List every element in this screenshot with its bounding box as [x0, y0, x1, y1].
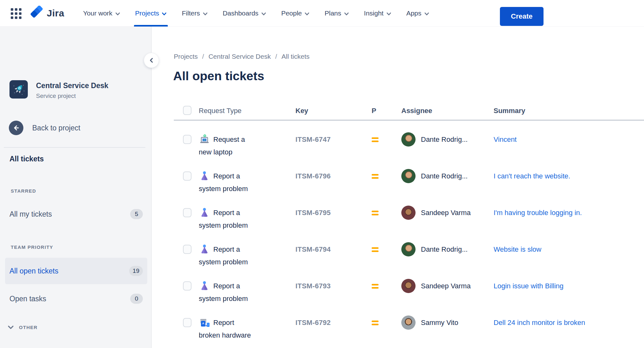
nav-item-people[interactable]: People: [281, 0, 309, 27]
back-to-project-label: Back to project: [32, 124, 80, 132]
breadcrumb-queue[interactable]: All tickets: [282, 53, 310, 60]
sidebar-item-all-open-tickets[interactable]: All open tickets 19: [5, 258, 147, 284]
assignee-cell: Dante Rodrig...: [401, 169, 494, 183]
nav-item-your-work[interactable]: Your work: [83, 0, 120, 27]
avatar-dante: [401, 132, 416, 147]
assignee-name: Dante Rodrig...: [421, 245, 468, 254]
issue-key: ITSM-6796: [295, 170, 372, 183]
count-badge: 5: [130, 209, 143, 219]
nav-item-dashboards[interactable]: Dashboards: [223, 0, 266, 27]
request-type-cell: Report a system problem: [199, 280, 257, 305]
project-name: Central Service Desk: [36, 80, 108, 90]
assignee-cell: Dante Rodrig...: [401, 242, 494, 256]
count-badge: 0: [130, 294, 143, 304]
issue-key: ITSM-6747: [295, 133, 372, 146]
avatar-dante: [401, 169, 416, 183]
summary-cell: Dell 24 inch monitor is broken: [494, 316, 644, 329]
issue-key: ITSM-6792: [295, 316, 372, 329]
request-type-cell: Report a system problem: [199, 207, 257, 232]
chevron-down-icon: [162, 12, 167, 15]
chevron-down-icon: [115, 12, 120, 15]
summary-cell: I'm having trouble logging in.: [494, 207, 644, 219]
jira-logo-icon: [30, 6, 44, 21]
summary-cell: Vincent: [494, 133, 644, 146]
avatar-sandeep: [401, 206, 416, 220]
row-checkbox[interactable]: [183, 318, 191, 327]
chevron-left-icon: [149, 57, 154, 63]
jira-logo[interactable]: Jira: [30, 0, 64, 27]
breadcrumb-projects[interactable]: Projects: [174, 53, 198, 60]
priority-medium-icon: [372, 284, 379, 289]
chevron-down-icon: [203, 12, 208, 15]
back-to-project-button[interactable]: Back to project: [9, 121, 80, 135]
ticket-row: Report a system problem ITSM-6793 Sandee…: [174, 272, 644, 309]
row-checkbox[interactable]: [183, 245, 191, 254]
sidebar-section-team-priority: TEAM PRIORITY: [11, 244, 53, 250]
sidebar-item-all-tickets[interactable]: All tickets: [9, 155, 44, 163]
column-header-request-type: Request Type: [199, 107, 295, 115]
request-type-cell: Report a system problem: [199, 243, 257, 268]
summary-link[interactable]: Login issue with Billing: [494, 282, 563, 290]
select-all-checkbox[interactable]: [183, 106, 191, 115]
avatar-sandeep: [401, 279, 416, 293]
project-avatar-rocket-icon: [9, 80, 28, 99]
nav-item-apps[interactable]: Apps: [406, 0, 429, 27]
breadcrumb-project[interactable]: Central Service Desk: [209, 53, 271, 60]
arrow-left-icon: [9, 121, 23, 135]
nav-item-plans[interactable]: Plans: [325, 0, 349, 27]
priority-medium-icon: [372, 321, 379, 325]
issue-key: ITSM-6793: [295, 280, 372, 292]
table-header-row: Request Type Key P Assignee Summary: [174, 102, 644, 121]
system-problem-icon: [199, 280, 210, 291]
chevron-down-icon: [261, 12, 266, 15]
tickets-table: Request Type Key P Assignee Summary Requ…: [174, 102, 644, 345]
priority-medium-icon: [372, 247, 379, 252]
nav-item-projects[interactable]: Projects: [135, 0, 167, 27]
row-checkbox[interactable]: [183, 281, 191, 291]
assignee-name: Sandeep Varma: [421, 282, 471, 290]
sidebar-section-starred: STARRED: [11, 188, 36, 194]
main-content: Projects / Central Service Desk / All ti…: [152, 27, 644, 348]
ticket-row: Report a system problem ITSM-6795 Sandee…: [174, 199, 644, 236]
nav-item-filters[interactable]: Filters: [182, 0, 207, 27]
summary-cell: I can't reach the website.: [494, 170, 644, 183]
app-switcher-icon[interactable]: [9, 6, 23, 21]
priority-medium-icon: [372, 211, 379, 215]
page-title: All open tickets: [173, 69, 264, 83]
chevron-down-icon: [386, 12, 391, 15]
column-header-summary: Summary: [494, 107, 644, 115]
ticket-row: Request a new laptop ITSM-6747 Dante Rod…: [174, 126, 644, 162]
column-header-priority: P: [372, 107, 401, 115]
primary-navigation: Your work Projects Filters Dashboards Pe…: [83, 0, 429, 27]
sidebar-section-other-toggle[interactable]: OTHER: [8, 325, 38, 330]
sidebar-collapse-button[interactable]: [144, 53, 159, 68]
summary-cell: Login issue with Billing: [494, 280, 644, 292]
assignee-name: Sandeep Varma: [421, 209, 471, 217]
system-problem-icon: [199, 243, 210, 255]
summary-link[interactable]: I'm having trouble logging in.: [494, 209, 582, 217]
summary-link[interactable]: Website is slow: [494, 245, 541, 253]
sidebar-item-all-my-tickets[interactable]: All my tickets 5: [5, 204, 147, 224]
request-type-cell: Report a system problem: [199, 170, 257, 195]
count-badge: 19: [129, 266, 143, 276]
assignee-cell: Sandeep Varma: [401, 279, 494, 293]
breadcrumb: Projects / Central Service Desk / All ti…: [174, 53, 309, 60]
project-header: Central Service Desk Service project: [9, 80, 108, 99]
create-button[interactable]: Create: [500, 7, 544, 26]
summary-link[interactable]: Vincent: [494, 135, 517, 143]
chevron-down-icon: [424, 12, 429, 15]
row-checkbox[interactable]: [183, 171, 191, 181]
nav-item-insight[interactable]: Insight: [364, 0, 391, 27]
jira-logo-text: Jira: [47, 8, 64, 19]
summary-link[interactable]: Dell 24 inch monitor is broken: [494, 319, 585, 327]
row-checkbox[interactable]: [183, 135, 191, 144]
priority-medium-icon: [372, 137, 379, 142]
summary-link[interactable]: I can't reach the website.: [494, 172, 570, 180]
ticket-row: Report a system problem ITSM-6794 Dante …: [174, 236, 644, 272]
sidebar-item-open-tasks[interactable]: Open tasks 0: [5, 289, 147, 309]
row-checkbox[interactable]: [183, 208, 191, 217]
project-type: Service project: [36, 93, 108, 99]
ticket-row: A Report broken hardware ITSM-6792 Sammy…: [174, 309, 644, 345]
project-sidebar: Central Service Desk Service project Bac…: [0, 27, 152, 348]
chevron-down-icon: [344, 12, 349, 15]
